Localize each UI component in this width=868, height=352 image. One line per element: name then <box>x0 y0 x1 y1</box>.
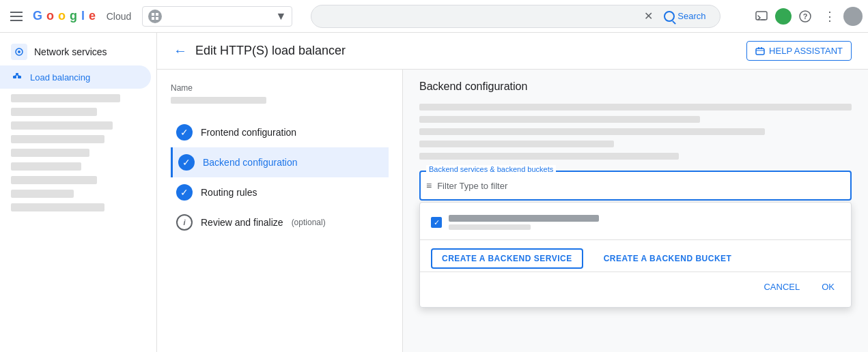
filter-input[interactable]: Filter Type to filter <box>437 181 845 191</box>
page-title: Edit HTTP(S) load balancer <box>195 44 738 58</box>
wizard-step-backend[interactable]: ✓ Backend configuration <box>171 147 389 177</box>
svg-rect-10 <box>13 76 16 78</box>
wizard-step-icon-review: i <box>176 214 193 231</box>
svg-rect-2 <box>152 17 154 20</box>
help-assistant-icon <box>755 46 765 56</box>
backend-ph-line-3 <box>419 128 765 135</box>
backend-panel: Backend configuration Backend services &… <box>403 70 868 352</box>
dropdown-item-bar-1 <box>449 215 840 230</box>
svg-rect-3 <box>156 17 158 20</box>
help-assistant-label: HELP ASSISTANT <box>769 46 843 56</box>
svg-rect-1 <box>156 13 158 16</box>
sidebar: Network services Load balancing <box>0 33 157 352</box>
create-backend-service-button[interactable]: CREATE A BACKEND SERVICE <box>431 248 583 269</box>
sidebar-ph-3 <box>11 121 113 130</box>
wizard-steps: ✓ Frontend configuration ✓ Backend confi… <box>171 117 389 237</box>
help-assistant-button[interactable]: HELP ASSISTANT <box>746 41 852 61</box>
sidebar-section-header: Network services <box>0 33 156 65</box>
svg-rect-19 <box>761 47 762 49</box>
sidebar-ph-9 <box>11 203 104 211</box>
project-chevron-icon: ▼ <box>275 10 286 23</box>
terminal-button[interactable] <box>751 5 772 27</box>
search-input[interactable] <box>320 11 639 22</box>
project-selector[interactable]: ▼ <box>142 6 292 27</box>
wizard-panel: Name ✓ Frontend configuration ✓ Backend … <box>157 70 403 352</box>
dropdown-actions: CREATE A BACKEND SERVICE CREATE A BACKEN… <box>420 239 851 272</box>
backend-ph-line-1 <box>419 104 852 111</box>
search-bar: ✕ Search <box>311 5 720 28</box>
dropdown-footer: CANCEL OK <box>420 272 851 302</box>
help-button[interactable]: ? <box>794 5 816 27</box>
svg-rect-16 <box>756 48 764 55</box>
search-clear-icon[interactable]: ✕ <box>644 10 653 23</box>
ok-button[interactable]: OK <box>816 278 840 296</box>
sidebar-ph-5 <box>11 149 89 157</box>
search-icon <box>664 11 675 22</box>
dropdown-item-area: ✓ <box>420 208 851 237</box>
hamburger-menu[interactable] <box>5 5 27 27</box>
backend-services-section: Backend services & backend buckets ≡ Fil… <box>419 171 852 308</box>
backend-services-label: Backend services & backend buckets <box>426 165 556 173</box>
sidebar-item-label-load-balancing: Load balancing <box>30 72 90 83</box>
google-cloud-logo: Google Cloud <box>33 9 131 23</box>
wizard-name-label: Name <box>171 83 389 93</box>
network-services-icon <box>11 44 27 60</box>
project-icon <box>148 10 162 23</box>
dropdown-item-1[interactable]: ✓ <box>420 209 851 235</box>
wizard-step-icon-routing: ✓ <box>176 184 193 201</box>
sidebar-ph-8 <box>11 190 74 198</box>
wizard-name-input-placeholder <box>171 97 266 104</box>
dropdown-item-subbar-1 <box>449 224 531 230</box>
cancel-button[interactable]: CANCEL <box>758 278 805 296</box>
wizard-step-optional-review: (optional) <box>292 218 326 227</box>
wizard-name-section: Name <box>171 83 389 104</box>
wizard-step-label-routing: Routing rules <box>201 187 257 198</box>
wizard-step-label-review: Review and finalize <box>201 217 283 228</box>
backend-title: Backend configuration <box>419 80 852 93</box>
sidebar-placeholder-area <box>0 94 156 211</box>
wizard-step-review[interactable]: i Review and finalize (optional) <box>171 207 389 237</box>
topbar-right: ? ⋮ <box>751 5 863 27</box>
main-layout: Network services Load balancing ← Edit H… <box>0 33 868 352</box>
more-icon: ⋮ <box>824 9 836 24</box>
sidebar-ph-6 <box>11 162 81 171</box>
filter-row: ≡ Filter Type to filter <box>426 177 845 194</box>
svg-point-9 <box>18 50 20 53</box>
svg-line-15 <box>17 75 20 76</box>
two-panel: Name ✓ Frontend configuration ✓ Backend … <box>157 70 868 352</box>
sidebar-item-load-balancing[interactable]: Load balancing <box>0 65 151 89</box>
backend-ph-line-5 <box>419 153 679 160</box>
sidebar-section-title: Network services <box>34 46 107 57</box>
topbar: Google Cloud ▼ ✕ Search ? ⋮ <box>0 0 868 33</box>
svg-line-14 <box>15 75 18 76</box>
back-button[interactable]: ← <box>173 43 187 59</box>
svg-text:?: ? <box>803 12 808 20</box>
create-backend-bucket-button[interactable]: CREATE A BACKEND BUCKET <box>594 250 742 267</box>
sidebar-ph-4 <box>11 135 104 143</box>
wizard-step-routing[interactable]: ✓ Routing rules <box>171 177 389 207</box>
svg-rect-11 <box>18 76 21 78</box>
user-avatar[interactable] <box>843 7 863 26</box>
wizard-step-label-backend: Backend configuration <box>203 157 298 168</box>
svg-rect-12 <box>16 73 18 75</box>
wizard-step-frontend[interactable]: ✓ Frontend configuration <box>171 117 389 147</box>
wizard-step-icon-backend: ✓ <box>178 154 195 171</box>
backend-ph-line-4 <box>419 141 614 147</box>
backend-services-box[interactable]: ≡ Filter Type to filter <box>419 171 852 201</box>
backend-placeholder-lines <box>419 104 852 160</box>
wizard-step-label-frontend: Frontend configuration <box>201 127 296 138</box>
sidebar-ph-1 <box>11 94 120 102</box>
backend-services-dropdown: ✓ CREATE A BACKEND SERVICE CREATE A BACK… <box>419 202 852 308</box>
dropdown-checkbox-1: ✓ <box>431 217 442 228</box>
svg-rect-18 <box>758 47 759 49</box>
page-header: ← Edit HTTP(S) load balancer HELP ASSIST… <box>157 33 868 70</box>
hamburger-icon <box>10 12 23 21</box>
load-balancing-icon <box>11 71 23 83</box>
checkbox-check-icon: ✓ <box>434 218 440 227</box>
search-button[interactable]: Search <box>658 8 711 25</box>
status-indicator <box>775 8 792 25</box>
more-menu-button[interactable]: ⋮ <box>819 5 841 27</box>
svg-rect-0 <box>152 13 154 16</box>
content-area: ← Edit HTTP(S) load balancer HELP ASSIST… <box>157 33 868 352</box>
sidebar-ph-2 <box>11 108 97 116</box>
